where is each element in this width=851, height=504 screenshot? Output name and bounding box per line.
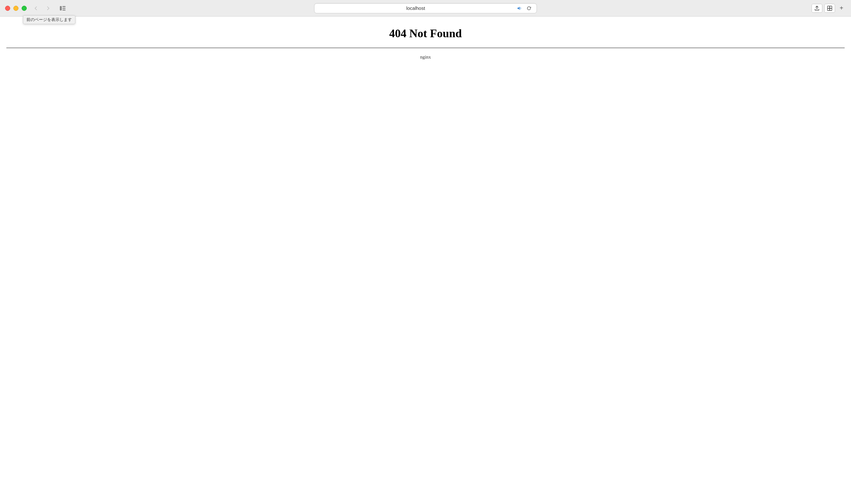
address-bar[interactable]: localhost	[314, 3, 537, 13]
nav-buttons	[31, 4, 53, 13]
title-bar-left	[5, 4, 68, 13]
add-tab-icon: +	[839, 4, 844, 12]
volume-button[interactable]	[515, 4, 523, 12]
error-title: 404 Not Found	[389, 27, 462, 40]
address-bar-container: localhost	[314, 3, 537, 13]
back-tooltip: 前のページを表示します	[23, 15, 75, 24]
error-page: 404 Not Found nginx	[0, 17, 851, 66]
svg-rect-4	[828, 6, 830, 8]
tooltip-text: 前のページを表示します	[26, 17, 72, 22]
svg-rect-0	[60, 6, 62, 11]
svg-rect-1	[62, 6, 66, 7]
title-bar-right: +	[812, 4, 846, 13]
svg-rect-2	[62, 7, 66, 8]
close-button[interactable]	[5, 6, 10, 11]
svg-rect-6	[828, 8, 830, 11]
new-tab-button[interactable]: +	[837, 4, 846, 13]
page-content: 404 Not Found nginx	[0, 17, 851, 504]
url-text: localhost	[318, 5, 513, 11]
share-button[interactable]	[812, 4, 822, 13]
svg-rect-7	[830, 8, 832, 11]
server-name: nginx	[420, 54, 431, 60]
sidebar-toggle-button[interactable]	[57, 4, 68, 13]
title-bar: 前のページを表示します localhost	[0, 0, 851, 17]
svg-rect-3	[62, 10, 66, 11]
svg-rect-5	[830, 6, 832, 8]
back-button[interactable]	[31, 4, 41, 13]
browser-window: 前のページを表示します localhost	[0, 0, 851, 504]
address-icons	[515, 4, 533, 12]
minimize-button[interactable]	[13, 6, 18, 11]
tab-overview-button[interactable]	[824, 4, 835, 13]
traffic-lights	[5, 6, 27, 11]
forward-button[interactable]	[43, 4, 53, 13]
maximize-button[interactable]	[22, 6, 27, 11]
reload-button[interactable]	[525, 4, 533, 12]
